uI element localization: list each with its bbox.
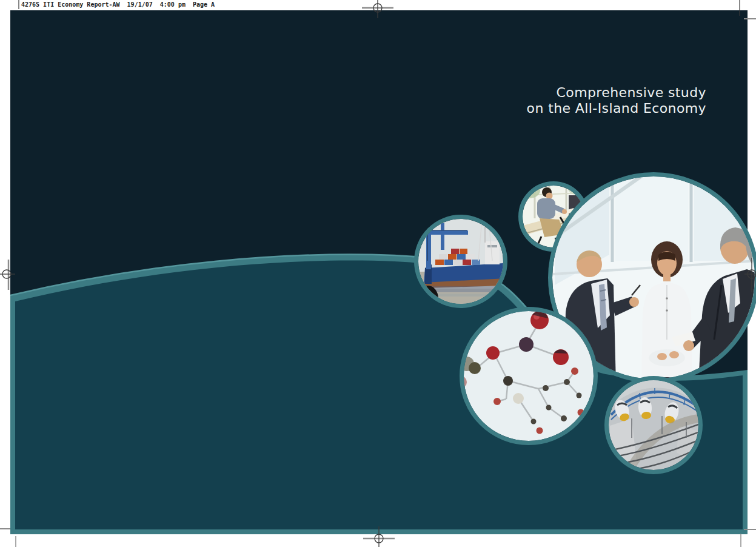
railway-station-photo: [607, 378, 701, 474]
cover-title-line-2: on the All-Island Economy: [527, 101, 706, 116]
cover-title-line-1: Comprehensive study: [527, 85, 706, 101]
print-proof-page: 4276S ITI Economy Report-AW 19/1/07 4:00…: [0, 0, 756, 547]
printer-slug-text: 4276S ITI Economy Report-AW 19/1/07 4:00…: [21, 1, 215, 8]
cover-title: Comprehensive study on the All-Island Ec…: [527, 85, 706, 116]
cover-artwork: [0, 0, 756, 547]
